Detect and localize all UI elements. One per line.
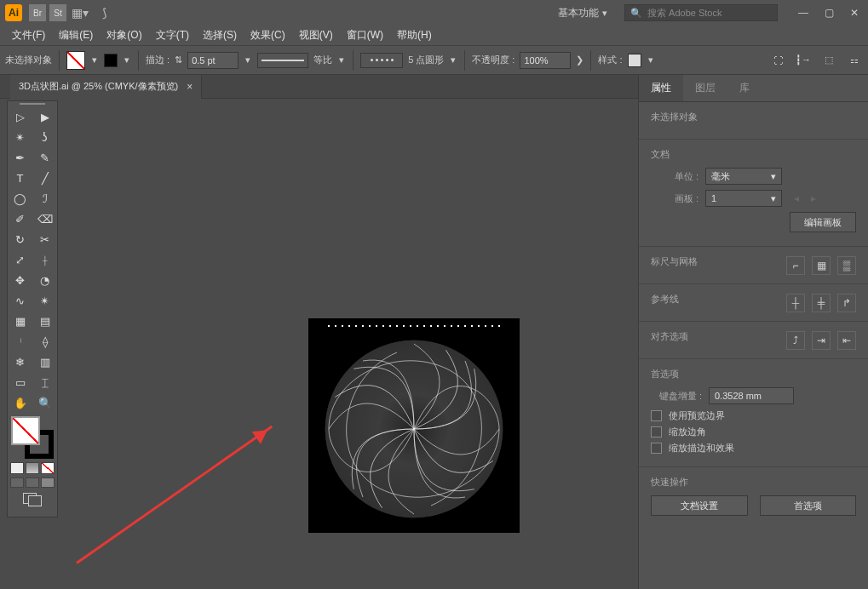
draw-behind-icon[interactable] <box>26 477 39 488</box>
chk-preview-bounds[interactable]: 使用预览边界 <box>651 409 856 422</box>
column-graph-tool[interactable]: ▥ <box>32 352 57 372</box>
gradient-tool[interactable]: ▤ <box>32 311 57 331</box>
style-dd[interactable]: ▾ <box>647 54 655 66</box>
scissors-tool[interactable]: ✂ <box>32 229 57 249</box>
document-setup-button[interactable]: 文档设置 <box>651 495 748 516</box>
stroke-weight-input[interactable]: 0.5 pt <box>187 52 239 69</box>
guide-lock-icon[interactable]: ╪ <box>812 294 831 312</box>
warp-tool[interactable]: ∿ <box>8 290 32 311</box>
mesh-tool[interactable]: ▦ <box>8 311 32 331</box>
snap-point-icon[interactable]: ⤴ <box>786 331 805 350</box>
shaper-tool[interactable]: ✐ <box>8 209 32 229</box>
workspace-switcher[interactable]: 基本功能 <box>558 6 599 20</box>
free-transform-tool[interactable]: ✥ <box>8 270 32 290</box>
magic-wand-tool[interactable]: ✴ <box>8 127 32 147</box>
canvas[interactable] <box>0 99 638 589</box>
stroke-profile[interactable] <box>257 53 308 68</box>
preferences-button[interactable]: 首选项 <box>760 495 857 516</box>
menu-file[interactable]: 文件(F) <box>7 26 50 44</box>
bridge-icon[interactable]: Br <box>29 4 46 21</box>
artboard-prev-icon[interactable]: ◂ <box>794 192 799 204</box>
snap-grid-icon[interactable]: ⇤ <box>837 331 856 350</box>
eyedropper-tool[interactable]: 𝄅 <box>8 331 32 352</box>
stock-icon[interactable]: St <box>49 4 66 21</box>
menu-object[interactable]: 对象(O) <box>101 26 147 44</box>
none-mode-icon[interactable] <box>41 462 55 474</box>
tab-libraries[interactable]: 库 <box>727 75 762 101</box>
lasso-tool[interactable]: ʖ <box>32 127 57 147</box>
key-increment-input[interactable]: 0.3528 mm <box>709 387 794 404</box>
isolate-icon[interactable]: ⛶ <box>769 52 786 69</box>
eraser-tool[interactable]: ⌫ <box>32 209 57 229</box>
gradient-mode-icon[interactable] <box>26 462 39 474</box>
scale-tool[interactable]: ⤢ <box>8 249 32 270</box>
menu-select[interactable]: 选择(S) <box>198 26 242 44</box>
transform-panel-icon[interactable]: ⬚ <box>820 52 837 69</box>
screen-mode-icon[interactable] <box>23 493 42 506</box>
chk-scale-corners[interactable]: 缩放边角 <box>651 426 856 438</box>
menu-edit[interactable]: 编辑(E) <box>54 26 98 44</box>
fill-stroke-control[interactable] <box>11 416 54 459</box>
grid-icon[interactable]: ▦ <box>812 256 831 275</box>
close-tab-icon[interactable]: × <box>187 81 193 93</box>
units-select[interactable]: 毫米▾ <box>705 168 782 185</box>
menu-type[interactable]: 文字(T) <box>151 26 194 44</box>
rotate-tool[interactable]: ↻ <box>8 229 32 249</box>
gpu-icon[interactable]: ⟆ <box>94 3 114 23</box>
color-mode-icon[interactable] <box>10 462 24 474</box>
tab-properties[interactable]: 属性 <box>639 75 683 101</box>
zoom-tool[interactable]: 🔍 <box>32 392 57 413</box>
stroke-dropdown[interactable]: ▾ <box>123 54 131 66</box>
blend-tool[interactable]: ⟠ <box>32 331 57 352</box>
menu-view[interactable]: 视图(V) <box>294 26 338 44</box>
slice-tool[interactable]: ⌶ <box>32 372 57 392</box>
selection-tool[interactable]: ▷ <box>8 106 32 127</box>
chk-scale-strokes[interactable]: 缩放描边和效果 <box>651 442 856 455</box>
edit-artboard-button[interactable]: 编辑画板 <box>790 212 856 232</box>
uniform-dd[interactable]: ▾ <box>337 54 346 66</box>
direct-selection-tool[interactable]: ▶ <box>32 106 57 127</box>
puppet-tool[interactable]: ✴ <box>32 290 57 311</box>
draw-normal-icon[interactable] <box>10 477 24 488</box>
prefs-icon[interactable]: ⚏ <box>846 52 863 69</box>
shape-builder-tool[interactable]: ◔ <box>32 270 57 290</box>
curvature-tool[interactable]: ✎ <box>32 147 57 168</box>
close-button[interactable]: ✕ <box>846 4 863 21</box>
dash-label[interactable]: 5 点圆形 <box>408 54 444 66</box>
hand-tool[interactable]: ✋ <box>8 392 32 413</box>
artboard-tool[interactable]: ▭ <box>8 372 32 392</box>
maximize-button[interactable]: ▢ <box>820 4 837 21</box>
type-tool[interactable]: T <box>8 168 32 188</box>
align-panel-icon[interactable]: ┇→ <box>795 52 812 69</box>
menu-help[interactable]: 帮助(H) <box>392 26 437 44</box>
width-tool[interactable]: ⟊ <box>32 249 57 270</box>
draw-inside-icon[interactable] <box>41 477 55 488</box>
symbol-sprayer-tool[interactable]: ❄ <box>8 352 32 372</box>
stroke-swatch[interactable] <box>104 54 118 67</box>
style-swatch[interactable] <box>628 54 641 67</box>
smart-guide-icon[interactable]: ↱ <box>837 294 856 312</box>
menu-window[interactable]: 窗口(W) <box>342 26 388 44</box>
opacity-input[interactable]: 100% <box>520 52 571 69</box>
adobe-stock-search[interactable]: 🔍 搜索 Adobe Stock <box>624 4 778 21</box>
artboard-select[interactable]: 1▾ <box>705 190 782 207</box>
stroke-uniform[interactable]: 等比 <box>313 54 332 66</box>
opacity-more-icon[interactable]: ❯ <box>576 54 583 66</box>
ellipse-tool[interactable]: ◯ <box>8 188 32 209</box>
stroke-weight-dd[interactable]: ▾ <box>244 54 252 66</box>
chevron-down-icon[interactable]: ▾ <box>602 8 607 19</box>
fill-swatch[interactable] <box>66 51 85 70</box>
arrange-docs-icon[interactable]: ▦▾ <box>70 3 90 23</box>
menu-effect[interactable]: 效果(C) <box>245 26 290 44</box>
pen-tool[interactable]: ✒ <box>8 147 32 168</box>
tab-layers[interactable]: 图层 <box>683 75 727 101</box>
dash-dd[interactable]: ▾ <box>449 54 457 66</box>
paintbrush-tool[interactable]: ℐ <box>32 188 57 209</box>
transparency-grid-icon[interactable]: ▒ <box>837 256 856 275</box>
brush-definition[interactable] <box>360 53 403 68</box>
snap-pixel-icon[interactable]: ⇥ <box>812 331 831 350</box>
fill-dropdown[interactable]: ▾ <box>90 54 99 66</box>
stroke-stepper-icon[interactable]: ⇅ <box>175 54 182 66</box>
document-tab[interactable]: 3D点状图.ai @ 25% (CMYK/像素预览) × <box>10 75 202 99</box>
artboard-next-icon[interactable]: ▸ <box>811 192 816 204</box>
